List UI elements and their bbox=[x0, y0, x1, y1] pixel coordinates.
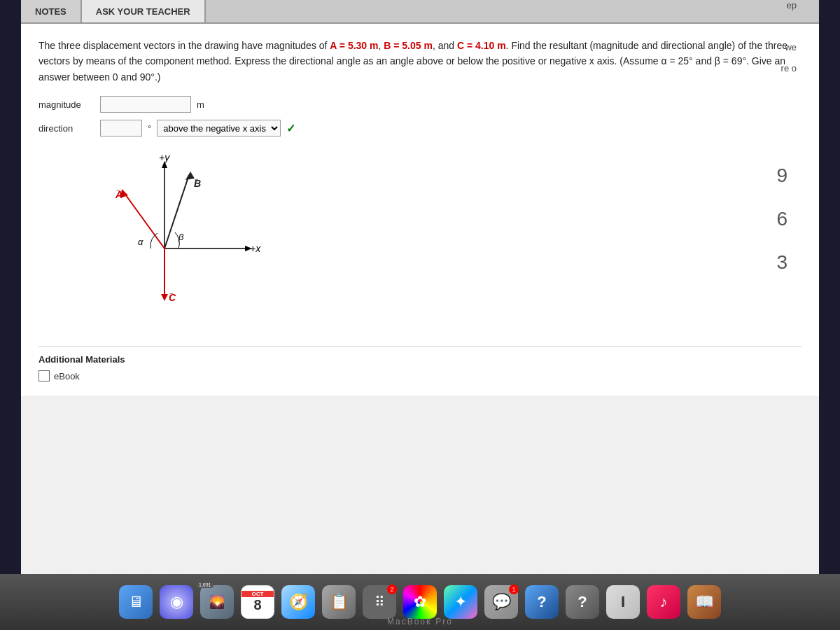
svg-line-10 bbox=[124, 192, 164, 248]
problem-text: The three displacement vectors in the dr… bbox=[38, 38, 802, 85]
dock-messages[interactable]: 💬 1 bbox=[482, 583, 520, 621]
magnitude-label: magnitude bbox=[38, 99, 94, 110]
dock-calendar[interactable]: OCT 8 bbox=[239, 583, 276, 621]
ebook-icon bbox=[38, 370, 50, 382]
we-text: we bbox=[785, 42, 797, 52]
messages-icon: 💬 bbox=[492, 593, 511, 611]
additional-title: Additional Materials bbox=[38, 354, 802, 365]
svg-text:α: α bbox=[138, 237, 144, 247]
books-icon: 📖 bbox=[695, 593, 714, 611]
svg-marker-15 bbox=[161, 294, 168, 301]
magnitude-input[interactable] bbox=[100, 96, 191, 113]
svg-text:β: β bbox=[178, 232, 184, 242]
tab-notes[interactable]: NOTES bbox=[21, 0, 82, 22]
grid-icon: ⠿ bbox=[374, 594, 385, 610]
svg-text:+y: +y bbox=[159, 152, 170, 163]
safari-icon: 🧭 bbox=[289, 593, 308, 611]
tab-ask-teacher-label: ASK YOUR TEACHER bbox=[96, 6, 190, 17]
dock-files[interactable]: 📋 bbox=[320, 583, 358, 621]
right-numbers: 9 6 3 bbox=[776, 164, 788, 274]
direction-select[interactable]: above the negative x axis below the nega… bbox=[157, 120, 281, 136]
calendar-day: 8 bbox=[253, 597, 261, 613]
magnitude-b: B = 5.05 m bbox=[384, 40, 433, 51]
diagram-area: +y +x B ⃗ bbox=[80, 150, 276, 332]
svg-text:+x: +x bbox=[250, 243, 261, 254]
macbook-label: MacBook Pro bbox=[387, 617, 453, 626]
tab-bar: NOTES ASK YOUR TEACHER bbox=[21, 0, 819, 24]
monitor: NOTES ASK YOUR TEACHER The three displac… bbox=[0, 0, 840, 574]
main-content: The three displacement vectors in the dr… bbox=[21, 24, 819, 396]
finder-icon: 🖥 bbox=[128, 593, 144, 611]
ep-text: ep bbox=[787, 0, 797, 10]
magnitude-unit: m bbox=[197, 99, 204, 110]
help1-icon: ? bbox=[537, 593, 546, 611]
dock-grid[interactable]: ⠿ 2 bbox=[360, 583, 398, 621]
dock-music[interactable]: ♪ bbox=[645, 583, 682, 621]
direction-input[interactable] bbox=[100, 120, 142, 136]
screen: NOTES ASK YOUR TEACHER The three displac… bbox=[21, 0, 819, 574]
cursor-icon: I bbox=[621, 593, 625, 611]
dock-help1[interactable]: ? bbox=[523, 583, 561, 621]
badge-1691: 1,691 bbox=[197, 582, 214, 588]
music-icon: ♪ bbox=[660, 593, 668, 611]
svg-text:B: B bbox=[194, 178, 201, 189]
ebook-label: eBook bbox=[54, 371, 80, 382]
tab-notes-label: NOTES bbox=[35, 6, 66, 17]
svg-text:C: C bbox=[169, 292, 176, 303]
dock-books[interactable]: 📖 bbox=[685, 583, 723, 621]
dock-photos-badge[interactable]: 🌄 1,691 bbox=[198, 583, 236, 621]
messages-badge: 1 bbox=[509, 584, 519, 594]
dock-safari[interactable]: 🧭 bbox=[279, 583, 317, 621]
dock-flower[interactable]: ✦ bbox=[442, 583, 479, 621]
direction-row: direction ° above the negative x axis be… bbox=[38, 120, 802, 136]
photos-badge-icon: 🌄 bbox=[209, 594, 225, 610]
vector-diagram: +y +x B ⃗ bbox=[80, 150, 276, 332]
tab-ask-teacher[interactable]: ASK YOUR TEACHER bbox=[82, 0, 206, 22]
files-icon: 📋 bbox=[330, 593, 349, 611]
degree-symbol: ° bbox=[148, 123, 151, 134]
direction-label: direction bbox=[38, 123, 94, 134]
dock-finder[interactable]: 🖥 bbox=[117, 583, 155, 621]
calendar-month: OCT bbox=[241, 591, 274, 597]
magnitude-c: C = 4.10 m bbox=[457, 40, 506, 51]
magnitude-a: A = 5.30 m bbox=[330, 40, 378, 51]
siri-icon: ◉ bbox=[170, 593, 183, 611]
magnitude-row: magnitude m bbox=[38, 96, 802, 113]
right-num-3: 3 bbox=[776, 251, 788, 274]
photos2-icon: ✿ bbox=[414, 593, 426, 611]
grid-badge: 2 bbox=[387, 584, 397, 594]
right-num-9: 9 bbox=[776, 164, 788, 187]
svg-text:A: A bbox=[115, 189, 122, 200]
check-icon: ✓ bbox=[286, 122, 295, 135]
dock-siri[interactable]: ◉ bbox=[158, 583, 195, 621]
flower-icon: ✦ bbox=[454, 593, 467, 611]
help2-icon: ? bbox=[578, 593, 587, 611]
dock-photos2[interactable]: ✿ bbox=[401, 583, 439, 621]
right-num-6: 6 bbox=[776, 208, 788, 230]
additional-section: Additional Materials eBook bbox=[38, 346, 802, 382]
ebook-link[interactable]: eBook bbox=[38, 370, 802, 382]
dock-cursor[interactable]: I bbox=[604, 583, 642, 621]
re-o-text: re o bbox=[781, 63, 797, 74]
svg-line-6 bbox=[164, 175, 189, 248]
dock-help2[interactable]: ? bbox=[564, 583, 601, 621]
